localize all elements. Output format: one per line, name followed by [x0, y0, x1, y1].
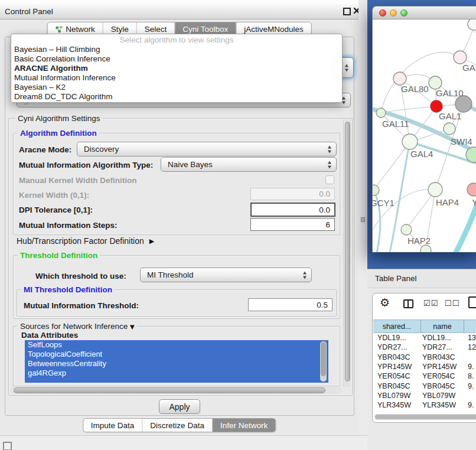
- dpi-tolerance-label: DPI Tolerance [0,1]:: [19, 206, 93, 214]
- scrollbar-thumb[interactable]: [321, 342, 326, 376]
- network-node-gal80[interactable]: [393, 72, 406, 85]
- algorithm-list: Bayesian – Hill ClimbingBasic Correlatio…: [14, 45, 340, 102]
- column-header-name[interactable]: name: [421, 319, 464, 333]
- columns-icon[interactable]: [403, 299, 413, 308]
- algorithm-option-bayesian-k2[interactable]: Bayesian – K2: [14, 83, 340, 92]
- table-cell: YER054C: [373, 372, 421, 380]
- tab-impute-data[interactable]: Impute Data: [83, 419, 142, 432]
- network-node-gal10[interactable]: [429, 76, 442, 89]
- column-header-a[interactable]: A: [464, 319, 476, 333]
- mi-steps-field[interactable]: 6: [250, 218, 335, 231]
- network-node[interactable]: [431, 100, 442, 112]
- stepper-icon: [327, 161, 332, 168]
- attributes-scrollbar[interactable]: [320, 341, 327, 381]
- tab-label: Style: [111, 25, 129, 34]
- attribute-item-topologicalcoefficient[interactable]: TopologicalCoefficient: [25, 350, 328, 359]
- attribute-item-selfloops[interactable]: SelfLoops: [25, 340, 328, 350]
- network-edge[interactable]: [474, 28, 476, 52]
- expanded-arrow-icon[interactable]: ▼: [130, 324, 135, 330]
- scrollbar-thumb[interactable]: [14, 387, 325, 393]
- data-attributes-list[interactable]: SelfLoopsTopologicalCoefficientBetweenne…: [25, 340, 328, 383]
- tab-infer-network[interactable]: Infer Network: [212, 419, 275, 432]
- control-panel-titlebar[interactable]: Control Panel: [0, 4, 358, 19]
- table-row[interactable]: YDR27...YDR27...12: [373, 343, 476, 352]
- network-graph[interactable]: GALGAL80GAL10GAL1GAL11SWI4GAL4GCY1HAP4YH…: [373, 19, 476, 252]
- network-window-titlebar[interactable]: [372, 6, 476, 19]
- float-window-icon[interactable]: [343, 8, 351, 15]
- network-node-hap2[interactable]: [401, 224, 412, 235]
- table-horizontal-scrollbar[interactable]: [374, 414, 476, 420]
- aracne-mode-combo[interactable]: Discovery: [77, 142, 337, 156]
- apply-button[interactable]: Apply: [159, 399, 200, 414]
- splitter-handle[interactable]: [361, 217, 365, 222]
- table-panel-titlebar[interactable]: Table Panel: [367, 269, 476, 288]
- kernel-width-field[interactable]: 0.0: [250, 188, 335, 200]
- window-title: Control Panel: [5, 7, 53, 16]
- network-node-gal4[interactable]: [402, 134, 418, 149]
- table-cell: 9.: [464, 411, 476, 412]
- table-row[interactable]: YBR043CYBR043C: [373, 353, 476, 362]
- page-icon[interactable]: [468, 296, 476, 308]
- mi-type-combo[interactable]: Naive Bayes: [161, 157, 337, 172]
- collapsed-arrow-icon[interactable]: ▶: [149, 237, 154, 245]
- table-body: YDL19...YDL19...13YDR27...YDR27...12YBR0…: [373, 333, 476, 412]
- network-edge[interactable]: [381, 106, 436, 113]
- network-node[interactable]: [468, 19, 476, 30]
- algorithm-option-bayesian-hill-climbing[interactable]: Bayesian – Hill Climbing: [14, 45, 340, 54]
- algorithm-option-aracne-algorithm[interactable]: ARACNE Algorithm: [14, 64, 340, 73]
- attribute-item-betweennesscentrality[interactable]: BetweennessCentrality: [25, 359, 328, 369]
- table-row[interactable]: YBL079WYBL079W: [373, 391, 476, 400]
- network-node-gal1[interactable]: [444, 123, 455, 135]
- manual-kernel-checkbox[interactable]: [325, 175, 334, 184]
- algorithm-definition-title: Algorithm Definition: [18, 129, 99, 138]
- table-cell: YBL079W: [373, 392, 421, 400]
- table-cell: YBR043C: [373, 353, 421, 361]
- network-node-gcy1[interactable]: [373, 185, 379, 195]
- scrollbar-thumb[interactable]: [375, 415, 476, 419]
- table-row[interactable]: YBR045CYBR045C9.: [373, 381, 476, 390]
- table-row[interactable]: YDL19...YDL19...13: [373, 333, 476, 343]
- network-node[interactable]: [420, 245, 431, 252]
- algorithm-option-mutual-information-inference[interactable]: Mutual Information Inference: [14, 73, 340, 83]
- mi-threshold-field[interactable]: 0.5: [248, 298, 332, 311]
- table-cell: 13: [464, 334, 476, 342]
- attribute-item-gal4rgexp[interactable]: gal4RGexp: [25, 369, 328, 378]
- close-traffic-light-icon[interactable]: [379, 9, 386, 17]
- algorithm-option-dream8-dc-tdc-algorithm[interactable]: Dream8 DC_TDC Algorithm: [14, 92, 340, 102]
- network-edge[interactable]: [381, 53, 460, 113]
- sources-title-wrap[interactable]: Sources for Network Inference ▼: [18, 322, 137, 331]
- column-header-shared[interactable]: shared...: [373, 319, 421, 333]
- network-node[interactable]: [455, 96, 472, 112]
- panel-splitter[interactable]: [358, 0, 367, 450]
- minimized-panel-icon[interactable]: [3, 442, 12, 450]
- gear-icon[interactable]: ⚙: [380, 296, 390, 309]
- network-view-window[interactable]: GALGAL80GAL10GAL1GAL11SWI4GAL4GCY1HAP4YH…: [372, 6, 476, 252]
- table-row[interactable]: YLR345WYLR345W9.: [373, 400, 476, 410]
- network-node-y[interactable]: [467, 183, 476, 196]
- node-label-hap2: HAP2: [407, 236, 431, 246]
- network-node-gal11[interactable]: [376, 108, 386, 118]
- deselect-all-icon[interactable]: ☐☐: [445, 299, 459, 308]
- table-row[interactable]: YER054CYER054C8.: [373, 371, 476, 381]
- aracne-mode-value: Discovery: [84, 145, 119, 154]
- select-all-icon[interactable]: ☑☑: [423, 299, 438, 308]
- dpi-tolerance-field[interactable]: 0.0: [250, 203, 335, 217]
- tab-discretize-data[interactable]: Discretize Data: [142, 419, 212, 432]
- hub-definition-section[interactable]: Hub/Transcription Factor Definition ▶: [17, 236, 154, 246]
- network-node[interactable]: [454, 51, 467, 64]
- minimize-traffic-light-icon[interactable]: [390, 9, 397, 17]
- algorithm-option-basic-correlation-inference[interactable]: Basic Correlation Inference: [14, 54, 340, 64]
- which-threshold-combo[interactable]: MI Threshold: [140, 268, 312, 282]
- network-edge[interactable]: [374, 142, 410, 190]
- network-canvas[interactable]: GALGAL80GAL10GAL1GAL11SWI4GAL4GCY1HAP4YH…: [372, 19, 476, 252]
- network-node-hap4[interactable]: [428, 182, 442, 197]
- settings-vertical-scrollbar[interactable]: [343, 119, 351, 387]
- hub-definition-label: Hub/Transcription Factor Definition: [17, 236, 144, 246]
- table-row[interactable]: YIL052CYIL052C9.: [373, 410, 476, 412]
- network-edge[interactable]: [389, 142, 410, 252]
- settings-horizontal-scrollbar[interactable]: [10, 387, 342, 394]
- algorithm-dropdown-popup: Select algorithm to view settings Infere…: [11, 34, 343, 103]
- zoom-traffic-light-icon[interactable]: [400, 9, 407, 17]
- table-row[interactable]: YPR145WYPR145W9.: [373, 362, 476, 371]
- scrollbar-thumb[interactable]: [345, 122, 350, 381]
